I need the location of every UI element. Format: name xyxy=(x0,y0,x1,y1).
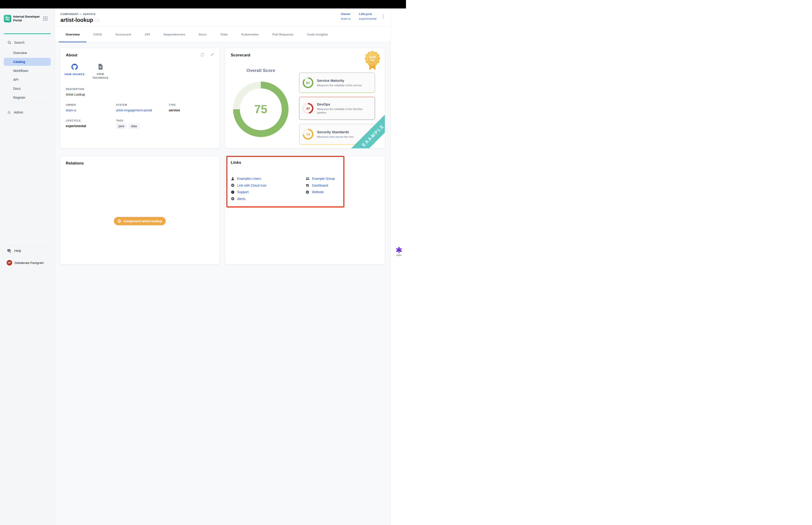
sidebar-item-overview[interactable]: Overview xyxy=(4,49,51,57)
link-website[interactable]: Website xyxy=(312,190,324,194)
system-link[interactable]: artist-engagement-portal xyxy=(116,108,169,112)
sidebar-item-help[interactable]: ? Help xyxy=(4,248,51,254)
aida-widget[interactable]: AIDA xyxy=(394,247,404,256)
tags-field: TAGS java data xyxy=(116,119,214,129)
tab-cicd[interactable]: CI/CD xyxy=(87,27,109,42)
github-icon xyxy=(72,64,78,70)
lifecycle-value: experimental xyxy=(66,124,116,128)
sidebar-item-catalog[interactable]: Catalog xyxy=(4,58,51,66)
portal-logo-icon xyxy=(4,15,11,22)
help-chat-icon: ? xyxy=(7,249,12,253)
user-name: Debabrata Panigrahi xyxy=(15,261,44,263)
sidebar-search[interactable]: Search xyxy=(4,40,51,46)
about-card: About VI xyxy=(60,48,219,148)
tab-overview[interactable]: Overview xyxy=(59,27,87,42)
chip-cpu-icon xyxy=(118,219,121,223)
gold-tier-badge: Gold Tier xyxy=(365,50,380,71)
sidebar-item-admin[interactable]: Admin xyxy=(4,109,51,116)
scorecard-card: Scorecard xyxy=(225,48,385,148)
sidebar-item-docs[interactable]: Docs xyxy=(4,85,51,93)
globe-icon xyxy=(231,197,234,201)
group-icon xyxy=(306,177,309,180)
owner-value-link[interactable]: team-a xyxy=(341,17,350,20)
lifecycle-label: Lifecycle xyxy=(359,12,377,16)
question-circle-icon: ? xyxy=(231,190,234,194)
page-title: artist-lookup xyxy=(60,17,93,23)
description-value: Artist Lookup xyxy=(66,93,214,96)
link-row: Alerts xyxy=(231,196,306,202)
lifecycle-field: LIFECYCLE experimental xyxy=(66,119,116,129)
tab-code-insights[interactable]: Code Insights xyxy=(300,27,335,42)
about-title: About xyxy=(66,53,214,58)
avatar: DP xyxy=(6,260,12,262)
tag-chip: java xyxy=(116,123,127,129)
link-cloud-icon[interactable]: Link with Cloud Icon xyxy=(237,183,266,187)
apps-grid-icon[interactable] xyxy=(43,16,47,21)
user-menu[interactable]: DP Debabrata Panigrahi xyxy=(4,259,53,262)
link-dashboard[interactable]: Dashboard xyxy=(312,183,328,187)
view-source-label: VIEW SOURCE xyxy=(64,72,85,76)
type-field: TYPE service xyxy=(169,103,214,112)
aida-flower-icon xyxy=(396,247,402,253)
entity-header: COMPONENT — SERVICE artist-lookup ☆ Owne… xyxy=(55,9,390,27)
relations-card: Relations component:artist-lookup xyxy=(60,156,219,262)
relations-entity-chip[interactable]: component:artist-lookup xyxy=(114,217,166,225)
security-standards-gauge: 74 xyxy=(303,129,313,139)
document-icon xyxy=(98,64,103,70)
tab-todo[interactable]: Todo xyxy=(213,27,234,42)
link-example-group[interactable]: Example Group xyxy=(312,177,335,180)
view-techdocs-label: VIEW TECHDOCS xyxy=(90,72,111,80)
tab-dependencies[interactable]: Dependencies xyxy=(157,27,192,42)
type-value: service xyxy=(169,108,214,112)
link-row: Website xyxy=(306,189,340,196)
system-field: SYSTEM artist-engagement-portal xyxy=(116,103,169,112)
top-black-bar xyxy=(0,0,406,9)
overall-score-label: Overall Score xyxy=(240,68,282,73)
search-label: Search xyxy=(14,41,25,44)
right-gutter xyxy=(390,9,406,262)
tab-docs[interactable]: Docs xyxy=(192,27,213,42)
refresh-icon[interactable] xyxy=(200,52,205,57)
tab-scorecard[interactable]: Scorecard xyxy=(109,27,138,42)
view-techdocs-button[interactable]: VIEW TECHDOCS xyxy=(92,64,109,80)
dashboard-icon xyxy=(306,183,309,187)
svg-text:?: ? xyxy=(232,191,233,193)
owner-link[interactable]: team-a xyxy=(66,108,116,112)
tab-kubernetes[interactable]: Kubernetes xyxy=(234,27,265,42)
link-row: ? Support xyxy=(231,189,306,196)
link-examples-users[interactable]: Examples Users xyxy=(237,177,261,180)
svg-text:Gold: Gold xyxy=(369,56,376,59)
sidebar-item-register[interactable]: Register xyxy=(4,93,51,102)
favorite-star-icon[interactable]: ☆ xyxy=(96,18,100,22)
overall-score-gauge: 75 xyxy=(233,81,289,137)
owner-field: OWNER team-a xyxy=(66,103,116,112)
owner-label: Owner xyxy=(341,12,350,16)
help-divider xyxy=(4,246,51,246)
links-highlight-box: Links Examples Users Link with Cloud Ico… xyxy=(226,156,344,208)
more-options-kebab-icon[interactable] xyxy=(382,14,385,20)
link-row: Examples Users xyxy=(231,175,306,182)
metric-devops[interactable]: 47 DevOps Measures the reliability of th… xyxy=(299,97,375,120)
description-label: DESCRIPTION xyxy=(66,88,214,90)
brand: Internal Developer Portal xyxy=(4,15,51,22)
links-title: Links xyxy=(231,160,340,165)
entity-tabs: Overview CI/CD Scorecard API Dependencie… xyxy=(55,27,390,42)
edit-pencil-icon[interactable] xyxy=(210,52,214,57)
service-maturity-gauge: 87 xyxy=(303,77,313,88)
svg-text:Tier: Tier xyxy=(370,59,375,62)
link-alerts[interactable]: Alerts xyxy=(237,197,246,201)
admin-label: Admin xyxy=(14,110,23,114)
metric-service-maturity[interactable]: 87 Service Maturity Measures the reliabi… xyxy=(299,73,375,93)
globe-icon xyxy=(231,183,234,187)
aida-label: AIDA xyxy=(396,254,401,256)
owner-meta: Owner team-a xyxy=(341,12,350,20)
search-icon xyxy=(7,41,11,44)
tab-pull-requests[interactable]: Pull Requests xyxy=(265,27,300,42)
sidebar-item-workflows[interactable]: Workflows xyxy=(4,67,51,75)
link-support[interactable]: Support xyxy=(237,190,249,194)
sidebar-item-api[interactable]: API xyxy=(4,76,51,84)
tag-chip: data xyxy=(128,123,139,129)
tab-api[interactable]: API xyxy=(138,27,157,42)
gear-icon xyxy=(7,110,11,115)
view-source-button[interactable]: VIEW SOURCE xyxy=(66,64,83,80)
